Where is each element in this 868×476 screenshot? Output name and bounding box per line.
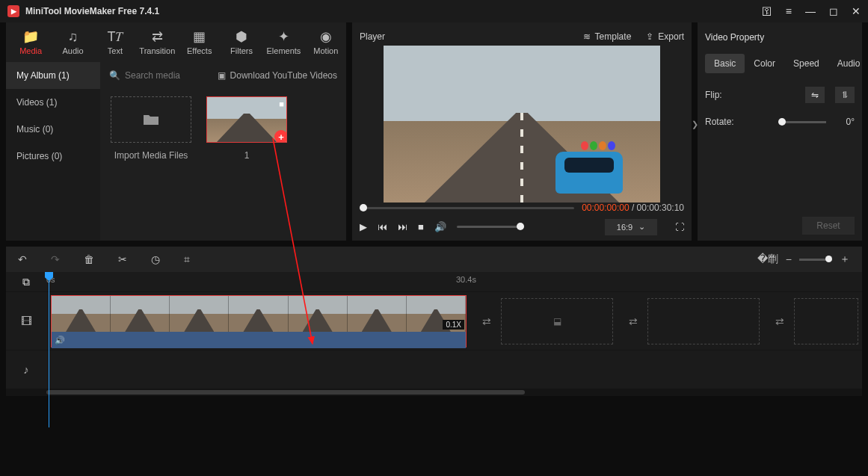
- search-icon: 🔍: [109, 70, 120, 81]
- tab-audio[interactable]: ♫Audio: [52, 22, 93, 62]
- maximize-button[interactable]: ◻: [829, 5, 838, 17]
- minimize-button[interactable]: —: [805, 5, 816, 17]
- flip-vertical-button[interactable]: ⥮: [835, 87, 855, 103]
- zoom-slider[interactable]: [799, 259, 832, 261]
- sidebar-item-pictures[interactable]: Pictures (0): [6, 143, 100, 170]
- flip-label: Flip:: [705, 90, 722, 100]
- undo-button[interactable]: ↶: [18, 253, 27, 265]
- download-youtube-button[interactable]: ▣ Download YouTube Videos: [218, 70, 337, 81]
- rotate-value: 0°: [837, 117, 855, 127]
- fit-timeline-button[interactable]: �劘: [757, 253, 778, 266]
- empty-clip-slot-3[interactable]: [794, 298, 858, 344]
- volume-icon[interactable]: 🔊: [434, 221, 446, 232]
- tool-tabs: 📁Media ♫Audio T𝑇Text ⇄Transition ▦Effect…: [6, 22, 346, 62]
- close-button[interactable]: ✕: [852, 5, 861, 17]
- media-clip-1[interactable]: ■ +: [206, 96, 287, 143]
- tab-media[interactable]: 📁Media: [10, 22, 51, 62]
- aspect-ratio-select[interactable]: 16:9⌄: [605, 219, 657, 235]
- seek-bar[interactable]: [360, 207, 574, 209]
- empty-clip-slot-2[interactable]: [647, 298, 760, 344]
- playhead[interactable]: [49, 272, 49, 427]
- tab-label: Filters: [230, 46, 253, 55]
- play-button[interactable]: ▶: [360, 221, 367, 232]
- key-icon[interactable]: ⚿: [762, 5, 772, 17]
- template-button[interactable]: ≋Template: [583, 31, 632, 42]
- edit-toolbar: ↶ ↷ 🗑 ✂ ◷ ⌗ �劘 − ＋: [6, 247, 862, 272]
- delete-button[interactable]: 🗑: [84, 253, 94, 265]
- tab-audio-prop[interactable]: Audio: [828, 54, 868, 73]
- video-track[interactable]: 🎞 🔊0.1X ⇄ ⬓ ⇄ ⇄: [6, 291, 862, 350]
- transition-slot-1[interactable]: ⇄: [478, 313, 495, 330]
- import-label: Import Media Files: [114, 150, 188, 161]
- tab-transition[interactable]: ⇄Transition: [137, 22, 177, 62]
- timeline: ⧉ 0s 30.4s 🎞 🔊0.1X ⇄ ⬓ ⇄ ⇄ ♪: [6, 272, 862, 396]
- rotate-label: Rotate:: [705, 117, 734, 127]
- motion-icon: ◉: [320, 30, 332, 43]
- media-toolbar: 🔍 Search media ▣ Download YouTube Videos: [100, 62, 346, 89]
- fullscreen-button[interactable]: ⛶: [675, 222, 684, 232]
- text-icon: T𝑇: [107, 30, 123, 43]
- tab-label: Text: [108, 46, 123, 55]
- tab-motion[interactable]: ◉Motion: [306, 22, 346, 62]
- preview-viewport[interactable]: [384, 46, 660, 203]
- media-panel: My Album (1) Videos (1) Music (0) Pictur…: [6, 62, 346, 241]
- timeline-ruler[interactable]: ⧉ 0s 30.4s: [6, 272, 862, 291]
- clip-rate-badge: 0.1X: [443, 320, 464, 330]
- tab-basic[interactable]: Basic: [705, 54, 745, 73]
- timeline-clip-1[interactable]: 🔊0.1X: [51, 295, 467, 347]
- filters-icon: ⬢: [236, 30, 247, 43]
- sidebar-item-myalbum[interactable]: My Album (1): [6, 62, 100, 89]
- youtube-icon: ▣: [218, 70, 226, 81]
- app-title: MiniTool MovieMaker Free 7.4.1: [25, 6, 762, 16]
- crop-button[interactable]: ⌗: [184, 253, 190, 266]
- stop-button[interactable]: ■: [418, 221, 424, 232]
- prev-frame-button[interactable]: ⏮: [378, 221, 387, 232]
- tab-label: Elements: [267, 46, 301, 55]
- tab-label: Motion: [313, 46, 338, 55]
- car-graphic: [555, 152, 623, 194]
- title-bar: ▶ MiniTool MovieMaker Free 7.4.1 ⚿ ≡ — ◻…: [0, 0, 868, 22]
- search-placeholder: Search media: [125, 70, 180, 81]
- sidebar-item-music[interactable]: Music (0): [6, 116, 100, 143]
- search-input[interactable]: 🔍 Search media: [109, 70, 210, 81]
- zoom-out-button[interactable]: −: [786, 253, 792, 265]
- timeline-scrollbar[interactable]: [6, 389, 862, 396]
- tab-text[interactable]: T𝑇Text: [95, 22, 135, 62]
- add-track-button[interactable]: ⧉: [6, 276, 46, 288]
- zoom-in-button[interactable]: ＋: [840, 253, 850, 266]
- export-button[interactable]: ⇪Export: [646, 31, 684, 42]
- tab-effects[interactable]: ▦Effects: [179, 22, 220, 62]
- template-icon: ≋: [583, 31, 591, 42]
- split-button[interactable]: ✂: [118, 253, 127, 265]
- elements-icon: ✦: [278, 30, 289, 43]
- balloons-graphic: [581, 141, 615, 150]
- tab-filters[interactable]: ⬢Filters: [221, 22, 262, 62]
- add-clip-button[interactable]: +: [274, 130, 287, 143]
- transition-slot-2[interactable]: ⇄: [625, 313, 641, 330]
- next-frame-button[interactable]: ⏭: [398, 221, 407, 232]
- export-icon: ⇪: [646, 31, 653, 42]
- time-total: 00:00:30:10: [637, 203, 684, 213]
- audio-track[interactable]: ♪: [6, 350, 862, 389]
- reset-button[interactable]: Reset: [802, 217, 855, 235]
- volume-slider[interactable]: [457, 226, 524, 228]
- tab-speed[interactable]: Speed: [784, 54, 828, 73]
- menu-icon[interactable]: ≡: [786, 5, 792, 17]
- time-current: 00:00:00:00: [582, 203, 629, 213]
- redo-button[interactable]: ↷: [51, 253, 60, 265]
- sidebar-item-videos[interactable]: Videos (1): [6, 89, 100, 116]
- transition-slot-3[interactable]: ⇄: [772, 313, 788, 330]
- tab-color[interactable]: Color: [745, 54, 784, 73]
- tab-label: Effects: [187, 46, 212, 55]
- rotate-slider[interactable]: [778, 121, 826, 123]
- speed-button[interactable]: ◷: [151, 253, 160, 265]
- ruler-mark-1: 30.4s: [456, 275, 476, 284]
- tab-elements[interactable]: ✦Elements: [263, 22, 304, 62]
- empty-clip-slot-1[interactable]: ⬓: [501, 298, 613, 344]
- chevron-down-icon: ⌄: [638, 222, 645, 232]
- collapse-panel-button[interactable]: ❯: [692, 120, 698, 129]
- flip-horizontal-button[interactable]: ⇋: [805, 87, 825, 103]
- import-media-button[interactable]: [111, 96, 191, 143]
- tab-label: Transition: [139, 46, 175, 55]
- player-panel: Player ≋Template ⇪Export 00:00:00:00 / 0…: [352, 22, 692, 241]
